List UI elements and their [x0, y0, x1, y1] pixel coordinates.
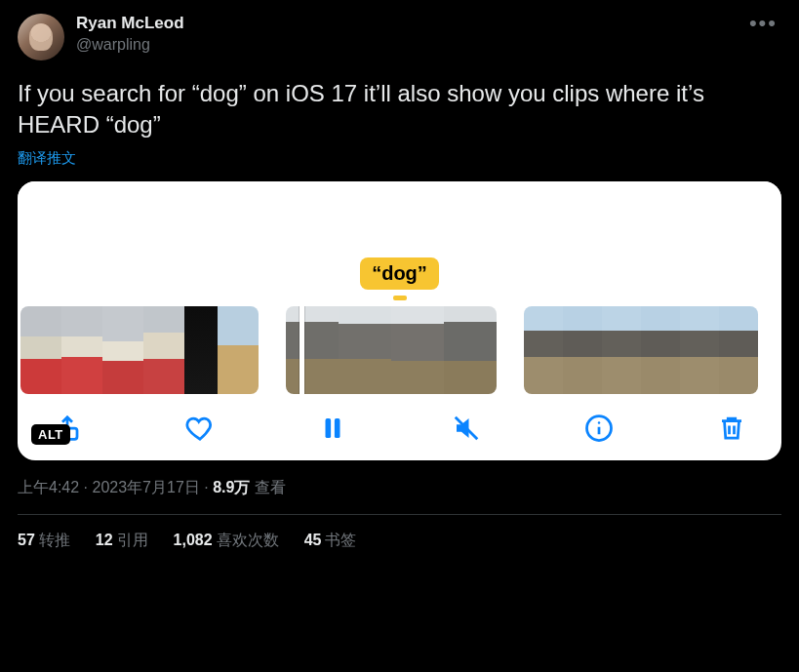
tweet-text: If you search for “dog” on iOS 17 it’ll … [18, 78, 781, 141]
avatar[interactable] [18, 14, 64, 60]
tweet-container: Ryan McLeod @warpling ••• If you search … [0, 0, 799, 551]
filmstrip-row[interactable] [18, 300, 781, 394]
media-card[interactable]: “dog” [18, 181, 781, 460]
tweet-header: Ryan McLeod @warpling ••• [18, 14, 781, 60]
clip-thumbnail-1[interactable] [20, 306, 259, 394]
speech-caption-label: “dog” [360, 257, 439, 290]
svg-point-6 [598, 421, 601, 424]
media-toolbar [18, 394, 781, 451]
caption-wrap: “dog” [18, 257, 781, 300]
svg-rect-1 [326, 418, 332, 438]
media-top-space [18, 181, 781, 257]
retweets-stat[interactable]: 57转推 [18, 531, 70, 551]
stats-row: 57转推 12引用 1,082喜欢次数 45书签 [18, 531, 781, 551]
more-options-icon[interactable]: ••• [745, 14, 781, 33]
alt-badge[interactable]: ALT [31, 424, 70, 445]
author-block[interactable]: Ryan McLeod @warpling [76, 14, 745, 55]
tweet-time[interactable]: 上午4:42 [18, 479, 79, 495]
playhead[interactable] [300, 306, 304, 394]
info-icon[interactable] [584, 414, 614, 443]
quotes-stat[interactable]: 12引用 [96, 531, 148, 551]
views-count: 8.9万 [213, 479, 250, 495]
divider [18, 514, 781, 515]
handle: @warpling [76, 35, 745, 54]
meta-line: 上午4:42 · 2023年7月17日 · 8.9万 查看 [18, 478, 781, 498]
likes-stat[interactable]: 1,082喜欢次数 [174, 531, 279, 551]
svg-rect-2 [335, 418, 340, 438]
display-name: Ryan McLeod [76, 14, 745, 33]
clip-thumbnail-2[interactable] [286, 306, 497, 394]
bookmarks-stat[interactable]: 45书签 [304, 531, 357, 551]
trash-icon[interactable] [717, 414, 746, 443]
mute-icon[interactable] [452, 414, 481, 443]
heart-icon[interactable] [185, 414, 215, 443]
tweet-date[interactable]: 2023年7月17日 [92, 479, 199, 495]
translate-link[interactable]: 翻译推文 [18, 149, 76, 168]
clip-thumbnail-3[interactable] [524, 306, 758, 394]
pause-icon[interactable] [318, 414, 347, 443]
views-label: 查看 [255, 479, 286, 495]
